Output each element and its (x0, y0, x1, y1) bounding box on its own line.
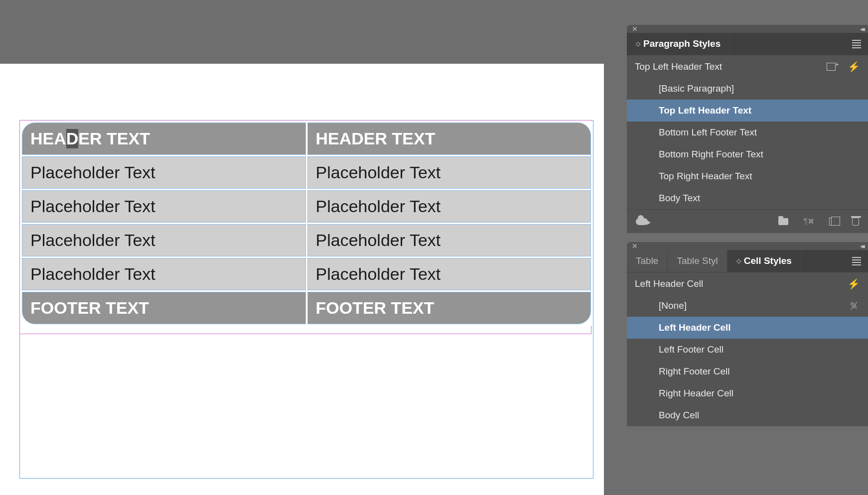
current-style-label: Left Header Cell (635, 278, 703, 289)
panel-menu-icon[interactable] (852, 40, 861, 48)
style-item-top-right-header[interactable]: Top Right Header Text (627, 165, 868, 187)
delete-style-icon[interactable] (852, 218, 859, 226)
table-cell[interactable]: Placeholder Text (307, 258, 591, 290)
table-footer-left[interactable]: FOOTER TEXT (22, 292, 306, 324)
table-header-left[interactable]: HEADER TEXT (22, 123, 306, 155)
style-item-label: Right Footer Cell (659, 366, 730, 377)
tab-label: Table (636, 255, 658, 266)
style-item-label: Body Cell (659, 410, 699, 421)
table-cell[interactable]: Placeholder Text (22, 190, 306, 223)
table-footer-right[interactable]: FOOTER TEXT (307, 292, 591, 324)
new-group-icon[interactable] (778, 218, 788, 225)
paragraph-styles-panel: ✕ ◂◂ ◇ Paragraph Styles Top Left Header … (627, 25, 868, 233)
table-cell[interactable]: Placeholder Text (307, 190, 591, 223)
close-icon[interactable]: ✕ (632, 25, 638, 33)
not-editable-icon: ✎̸ (850, 300, 858, 312)
style-item-label: Left Footer Cell (659, 344, 723, 355)
panel-tabs: ◇ Paragraph Styles (627, 33, 868, 55)
text-cursor: D (66, 129, 79, 148)
style-item-top-left-header[interactable]: Top Left Header Text (627, 100, 868, 122)
style-item-label: [Basic Paragraph] (659, 83, 734, 94)
style-item-bottom-right-footer[interactable]: Bottom Right Footer Text (627, 143, 868, 165)
style-item-left-header-cell[interactable]: Left Header Cell (627, 317, 868, 339)
style-item-label: Top Left Header Text (659, 105, 751, 116)
close-icon[interactable]: ✕ (632, 242, 638, 250)
tab-table-styles[interactable]: Table Styl (668, 250, 727, 272)
style-item-label: Body Text (659, 193, 700, 204)
style-item-none[interactable]: [None] ✎̸ (627, 295, 868, 317)
tab-label: Paragraph Styles (643, 38, 721, 49)
clear-overrides-icon[interactable]: ¶✖ (803, 217, 814, 226)
style-item-right-footer-cell[interactable]: Right Footer Cell (627, 361, 868, 382)
panel-titlebar[interactable]: ✕ ◂◂ (627, 25, 868, 33)
style-item-basic-paragraph[interactable]: [Basic Paragraph] (627, 78, 868, 100)
style-item-label: Right Header Cell (659, 388, 733, 399)
tab-label: Cell Styles (744, 255, 792, 266)
style-item-label: Bottom Left Footer Text (659, 127, 757, 138)
style-item-label: Top Right Header Text (659, 171, 752, 182)
table-cell[interactable]: Placeholder Text (22, 224, 306, 256)
document-table[interactable]: HEADER TEXT HEADER TEXT Placeholder Text… (20, 121, 592, 326)
table-cell[interactable]: Placeholder Text (307, 156, 591, 189)
panel-tabs-spacer (730, 33, 868, 55)
create-style-icon[interactable] (829, 218, 837, 226)
panel-titlebar[interactable]: ✕ ◂◂ (627, 242, 868, 250)
tab-label: Table Styl (677, 255, 718, 266)
style-item-label: Left Header Cell (659, 322, 731, 333)
table-header-right[interactable]: HEADER TEXT (307, 123, 591, 155)
quick-apply-icon[interactable]: ⚡ (848, 61, 860, 73)
table-cell[interactable]: Placeholder Text (22, 156, 306, 189)
style-item-bottom-left-footer[interactable]: Bottom Left Footer Text (627, 122, 868, 143)
sort-icon: ◇ (736, 257, 741, 264)
panel-dock: ✕ ◂◂ ◇ Paragraph Styles Top Left Header … (627, 25, 868, 426)
tab-cell-styles[interactable]: ◇ Cell Styles (727, 250, 801, 272)
style-item-body-text[interactable]: Body Text (627, 187, 868, 209)
sort-icon: ◇ (636, 40, 640, 47)
style-item-label: [None] (659, 300, 687, 311)
panel-footer: ¶✖ (627, 209, 868, 233)
new-style-icon[interactable] (827, 63, 836, 71)
style-item-right-header-cell[interactable]: Right Header Cell (627, 382, 868, 404)
tab-table[interactable]: Table (627, 250, 668, 272)
header-text-pre: HEA (30, 129, 66, 148)
table-cell[interactable]: Placeholder Text (22, 258, 306, 290)
style-item-label: Bottom Right Footer Text (659, 149, 763, 160)
table-cell[interactable]: Placeholder Text (307, 224, 591, 256)
paragraph-style-list: [Basic Paragraph] Top Left Header Text B… (627, 78, 868, 209)
panel-tabs: Table Table Styl ◇ Cell Styles (627, 250, 868, 272)
cell-styles-panel: ✕ ◂◂ Table Table Styl ◇ Cell Styles Left… (627, 242, 868, 426)
cc-libraries-icon[interactable] (636, 218, 648, 225)
collapse-icon[interactable]: ◂◂ (860, 25, 863, 33)
current-style-label: Top Left Header Text (635, 61, 722, 72)
tab-paragraph-styles[interactable]: ◇ Paragraph Styles (627, 33, 730, 55)
cell-style-list: [None] ✎̸ Left Header Cell Left Footer C… (627, 295, 868, 426)
header-text-post: ER TEXT (78, 129, 150, 148)
style-item-body-cell[interactable]: Body Cell (627, 404, 868, 426)
current-cell-style: Left Header Cell ⚡ (627, 272, 868, 295)
document-canvas[interactable]: HEADER TEXT HEADER TEXT Placeholder Text… (0, 64, 604, 495)
panel-tabs-spacer (801, 250, 868, 272)
current-paragraph-style: Top Left Header Text ⚡ (627, 55, 868, 78)
collapse-icon[interactable]: ◂◂ (860, 242, 863, 250)
panel-menu-icon[interactable] (852, 257, 861, 265)
quick-apply-icon[interactable]: ⚡ (848, 278, 860, 290)
style-item-left-footer-cell[interactable]: Left Footer Cell (627, 339, 868, 361)
